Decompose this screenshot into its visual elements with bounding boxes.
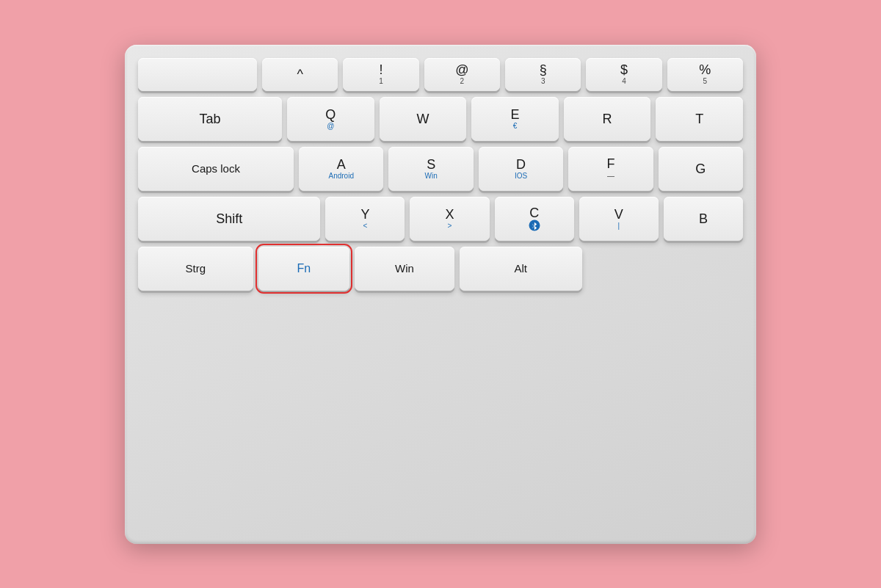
shift-row: Shift Y < X > C (138, 197, 743, 241)
key-v[interactable]: V | (579, 197, 659, 241)
key-shift[interactable]: Shift (138, 197, 320, 241)
key-x[interactable]: X > (410, 197, 489, 241)
key-w[interactable]: W (380, 97, 467, 141)
key-strg[interactable]: Strg (138, 247, 253, 291)
asdf-row: Caps lock A Android S Win D IOS F — (138, 147, 743, 191)
key-1[interactable]: ! 1 (343, 58, 418, 91)
key-4[interactable]: $ 4 (586, 58, 661, 91)
key-tab[interactable]: Tab (138, 97, 282, 141)
key-spacer (138, 58, 257, 91)
bluetooth-icon (529, 219, 540, 231)
key-y[interactable]: Y < (325, 197, 405, 241)
key-5[interactable]: % 5 (667, 58, 743, 91)
key-c[interactable]: C (495, 197, 574, 241)
key-t[interactable]: T (656, 97, 743, 141)
spacer-right (587, 247, 743, 291)
key-d[interactable]: D IOS (479, 147, 563, 191)
key-b[interactable]: B (664, 197, 743, 241)
key-g[interactable]: G (659, 147, 743, 191)
key-e[interactable]: E € (471, 97, 559, 141)
key-caret[interactable]: ^ (262, 58, 338, 91)
key-rows: ^ ! 1 @ 2 § 3 $ 4 % (138, 58, 743, 528)
key-r[interactable]: R (564, 97, 651, 141)
key-3[interactable]: § 3 (505, 58, 581, 91)
key-win[interactable]: Win (355, 247, 454, 291)
key-a[interactable]: A Android (299, 147, 383, 191)
qwerty-row: Tab Q @ W E € R T (138, 97, 743, 141)
key-s[interactable]: S Win (388, 147, 473, 191)
key-caps-lock[interactable]: Caps lock (138, 147, 294, 191)
key-q[interactable]: Q @ (287, 97, 374, 141)
keyboard-body: ^ ! 1 @ 2 § 3 $ 4 % (125, 45, 756, 544)
bottom-row: Strg Fn Win Alt (138, 247, 743, 291)
key-f[interactable]: F — (568, 147, 653, 191)
key-2[interactable]: @ 2 (424, 58, 500, 91)
key-alt[interactable]: Alt (460, 247, 582, 291)
number-row: ^ ! 1 @ 2 § 3 $ 4 % (138, 58, 743, 91)
key-fn[interactable]: Fn (258, 247, 350, 291)
keyboard-image: ^ ! 1 @ 2 § 3 $ 4 % (125, 45, 756, 544)
